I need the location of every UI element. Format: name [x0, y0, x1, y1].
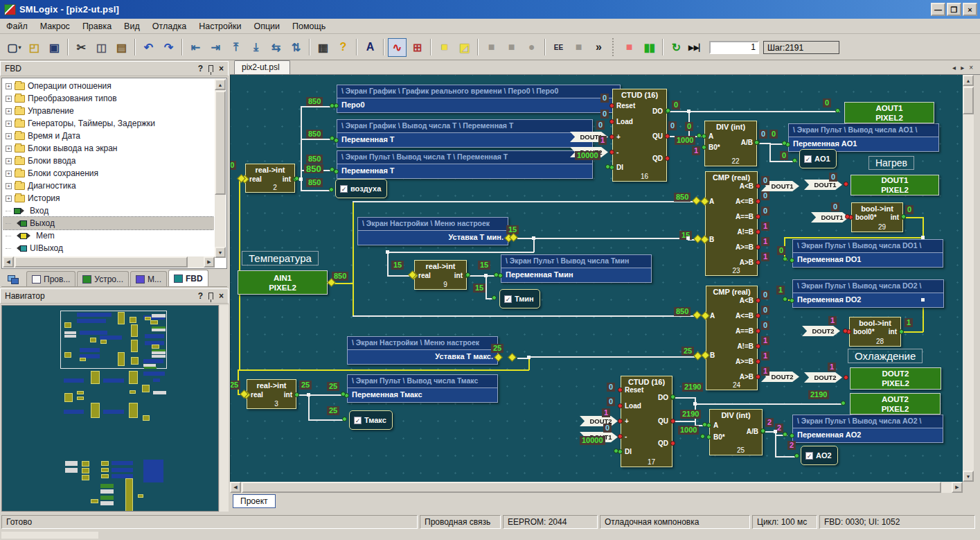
signal-flag-DOUT2[interactable]: DOUT2	[802, 326, 840, 336]
screen-variable-block[interactable]: \ Экран График \ График реального времен…	[337, 85, 621, 113]
open-button[interactable]: ◰	[25, 38, 44, 57]
align-left-button[interactable]: ⇤	[186, 38, 205, 57]
menu-item-Файл[interactable]: Файл	[0, 19, 34, 33]
function-block-ctud-16[interactable]: CTUD (16)16ResetLoad+-DIDOQUQD	[612, 89, 667, 182]
tree-item-Время и Дата[interactable]: +Время и Дата	[3, 130, 214, 142]
panel-help-icon[interactable]: ?	[198, 64, 203, 73]
output-checkbox-block-воздуха[interactable]: ✓воздуха	[335, 179, 387, 198]
checkbox-icon[interactable]: ✓	[354, 417, 362, 424]
redo-button[interactable]: ↷	[159, 38, 178, 57]
tree-item-Генераторы, Таймеры, Задержки[interactable]: +Генераторы, Таймеры, Задержки	[3, 117, 214, 130]
align-right-button[interactable]: ⇥	[206, 38, 225, 57]
tree-expander-icon[interactable]: +	[6, 83, 12, 89]
screen-variable-block[interactable]: \ Экран График \ Вывод числа Т \ Перемен…	[337, 119, 593, 148]
note-button[interactable]: ■	[435, 38, 454, 57]
function-block-cmp-real-24[interactable]: CMP (real)24ABA<BA<=BA==BA!=BA>=BA>B	[706, 286, 758, 390]
tree-item-Mem[interactable]: Mem	[3, 229, 214, 242]
io-block-DOUT2[interactable]: DOUT2PIXEL2	[850, 367, 941, 390]
menu-item-Помощь[interactable]: Помощь	[286, 19, 332, 33]
canvas-vertical-scrollbar[interactable]: ▲ ▼	[963, 75, 974, 482]
menu-item-Настройки[interactable]: Настройки	[193, 19, 247, 33]
function-block-div-int-22[interactable]: DIV (int)22AB0*A/B	[704, 121, 757, 166]
signal-flag-DOUT2[interactable]: DOUT2	[804, 372, 842, 383]
function-block-bool-to-int-28[interactable]: bool->int28bool0*int	[849, 317, 901, 347]
comment-label-Охлаждение[interactable]: Охлаждение	[848, 349, 923, 363]
copy-button[interactable]: ◫	[92, 38, 111, 57]
navigator-scrollbar[interactable]	[220, 305, 229, 512]
tree-item-Преобразования типов[interactable]: +Преобразования типов	[3, 92, 214, 105]
comment-label-Нагрев[interactable]: Нагрев	[868, 156, 914, 170]
tree-vertical-scrollbar[interactable]: ▲ ▼	[215, 79, 226, 258]
screen-variable-block[interactable]: \ Экран Пульт \ Вывод числа DO2 \Перемен…	[792, 279, 944, 308]
panel-pin-icon[interactable]	[208, 65, 213, 72]
tree-item-Блоки сохранения[interactable]: +Блоки сохранения	[3, 167, 214, 180]
output-checkbox-block-AO2[interactable]: ✓AO2	[801, 446, 838, 465]
step-count-input[interactable]	[709, 41, 759, 54]
function-block-real-to-int-2[interactable]: real->int2realint	[245, 164, 295, 193]
navigator-minimap[interactable]	[1, 305, 219, 512]
minimize-button[interactable]: —	[931, 3, 945, 16]
menu-item-Отладка[interactable]: Отладка	[146, 19, 193, 33]
tree-expander-icon[interactable]: +	[6, 121, 12, 127]
function-block-ctud-17[interactable]: CTUD (16)17ResetLoad+-DIDOQUQD	[621, 376, 672, 467]
align-bottom-button[interactable]: ⤓	[247, 38, 265, 57]
dock-tab-Устро[interactable]: Устро...	[77, 271, 129, 286]
tree-item-UIВыход[interactable]: UIВыход	[3, 242, 214, 254]
tab-scroll-right-icon[interactable]: ▸	[961, 64, 964, 71]
io-block-AIN1[interactable]: AIN1PIXEL2	[238, 270, 328, 295]
screen-variable-block[interactable]: \ Экран Пульт \ Вывод числа ТминПеременн…	[501, 254, 652, 283]
tree-item-Вход[interactable]: Вход	[3, 204, 214, 217]
pause-button[interactable]: ▮▮	[640, 38, 659, 57]
screen-variable-block[interactable]: \ Экран Пульт \ Вывод числа AO2 \Перемен…	[792, 415, 943, 443]
checkbox-icon[interactable]: ✓	[340, 185, 348, 193]
space-vertical-button[interactable]: ⇅	[287, 38, 305, 57]
tree-expander-icon[interactable]: +	[6, 183, 12, 189]
checkbox-icon[interactable]: ✓	[804, 155, 812, 163]
restart-button[interactable]: ↻	[667, 38, 686, 57]
menu-item-Опции[interactable]: Опции	[247, 19, 286, 33]
canvas-horizontal-scrollbar[interactable]: ◀ ▶	[230, 482, 963, 493]
tree-expander-icon[interactable]: +	[6, 146, 12, 152]
tree-item-Блоки ввода[interactable]: +Блоки ввода	[3, 155, 214, 167]
tree-item-Выход[interactable]: Выход	[3, 217, 214, 229]
tree-expander-icon[interactable]: +	[6, 96, 12, 102]
io-block-AOUT1[interactable]: AOUT1PIXEL2	[844, 102, 934, 123]
checkbox-icon[interactable]: ✓	[504, 295, 512, 303]
note2-button[interactable]: ◩	[455, 38, 474, 57]
project-tab[interactable]: Проект	[233, 494, 276, 508]
restore-button[interactable]: ❐	[947, 3, 961, 16]
screen-variable-block[interactable]: \ Экран Настройки \ Меню настроекУставка…	[357, 217, 508, 245]
tree-expander-icon[interactable]: +	[6, 108, 12, 114]
cascade-windows-icon[interactable]	[4, 272, 22, 286]
document-tab[interactable]: pix2-ut.psl	[234, 60, 290, 74]
tree-item-Операции отношения[interactable]: +Операции отношения	[3, 80, 214, 92]
comment-label-Температура[interactable]: Температура	[242, 251, 319, 265]
save-button[interactable]: ▣	[45, 38, 64, 57]
function-block-real-to-int-9[interactable]: real->int9realint	[414, 260, 467, 290]
toolbar-overflow-chevron[interactable]: »	[589, 38, 608, 57]
function-block-div-int-25[interactable]: DIV (int)25AB0*A/B	[709, 409, 763, 455]
tree-item-Блоки вывода на экран[interactable]: +Блоки вывода на экран	[3, 142, 214, 155]
output-checkbox-block-AO1[interactable]: ✓AO1	[799, 149, 837, 168]
tree-horizontal-scrollbar[interactable]: ◀ ▶	[3, 256, 215, 268]
checkbox-icon[interactable]: ✓	[805, 452, 813, 460]
screen-variable-block[interactable]: \ Экран Пульт \ Вывод числа Т \ Переменн…	[337, 150, 593, 179]
panel-close-icon[interactable]: ×	[219, 292, 224, 300]
dock-tab-Пров[interactable]: Пров...	[26, 271, 75, 286]
panel-help-icon[interactable]: ?	[198, 292, 203, 300]
tree-item-Диагностика[interactable]: +Диагностика	[3, 180, 214, 192]
tree-expander-icon[interactable]: +	[6, 158, 12, 164]
cut-button[interactable]: ✂	[72, 38, 91, 57]
tab-close-icon[interactable]: ×	[969, 64, 973, 71]
screen-variable-block[interactable]: \ Экран Настройки \ Меню настроекУставка…	[347, 336, 498, 365]
screen-variable-block[interactable]: \ Экран Пульт \ Вывод числа DO1 \Перемен…	[792, 239, 943, 268]
new-button[interactable]: ▢▾	[5, 38, 24, 57]
trend-mode-button[interactable]: ∿	[388, 38, 407, 57]
io-block-AOUT2[interactable]: AOUT2PIXEL2	[850, 393, 941, 415]
tree-expander-icon[interactable]: +	[6, 171, 12, 177]
space-horizontal-button[interactable]: ⇆	[267, 38, 285, 57]
help-button[interactable]: ?	[334, 38, 353, 57]
tree-item-Управление[interactable]: +Управление	[3, 105, 214, 117]
signal-flag-DOUT1[interactable]: DOUT1	[811, 212, 849, 223]
panel-pin-icon[interactable]	[208, 293, 213, 299]
